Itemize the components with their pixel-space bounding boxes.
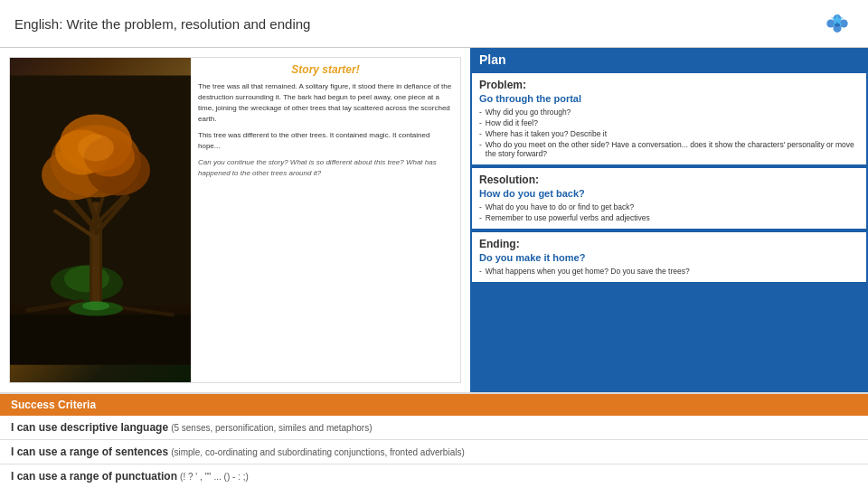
plan-ending-subtitle: Do you make it home? xyxy=(479,252,859,263)
svg-point-25 xyxy=(78,135,114,162)
plan-problem-bullet-4: Who do you meet on the other side? Have … xyxy=(479,139,859,159)
story-paragraph-3: Can you continue the story? What is so d… xyxy=(198,157,453,179)
criteria-main-3: I can use a range of punctuation xyxy=(11,470,177,483)
criteria-main-2: I can use a range of sentences xyxy=(11,446,168,458)
story-text-panel: Story starter! The tree was all that rem… xyxy=(191,58,460,382)
criteria-detail-3: (! ? ' , "" ... () - : ;) xyxy=(180,472,249,482)
success-criteria-header: Success Criteria xyxy=(0,394,868,416)
plan-problem-bullet-3: Where has it taken you? Describe it xyxy=(479,128,859,139)
plan-ending-bullet-1: What happens when you get home? Do you s… xyxy=(479,266,859,277)
story-paragraph-2: This tree was different to the other tre… xyxy=(198,130,453,152)
plan-problem-bullets: Why did you go through? How did it feel?… xyxy=(479,107,859,159)
plan-ending-bullets: What happens when you get home? Do you s… xyxy=(479,266,859,277)
story-starter-box: Story starter! The tree was all that rem… xyxy=(9,57,461,383)
plan-problem-section: Problem: Go through the portal Why did y… xyxy=(472,73,866,164)
svg-rect-7 xyxy=(10,311,191,365)
top-bar: English: Write the problem, resolution a… xyxy=(0,0,868,48)
story-starter-heading: Story starter! xyxy=(198,63,453,76)
svg-point-29 xyxy=(82,302,109,311)
right-panel: Plan Problem: Go through the portal Why … xyxy=(470,48,868,392)
plan-ending-title: Ending: xyxy=(479,238,859,250)
pobble-logo xyxy=(821,7,854,40)
criteria-row-1: I can use descriptive language (5 senses… xyxy=(0,416,868,440)
plan-problem-bullet-2: How did it feel? xyxy=(479,117,859,128)
criteria-main-1: I can use descriptive language xyxy=(11,421,168,434)
story-text: The tree was all that remained. A solita… xyxy=(198,81,453,179)
plan-problem-subtitle: Go through the portal xyxy=(479,93,859,104)
tree-illustration xyxy=(10,58,191,382)
plan-resolution-bullets: What do you have to do or find to get ba… xyxy=(479,202,859,223)
content-area: Story starter! The tree was all that rem… xyxy=(0,48,868,392)
criteria-row-2: I can use a range of sentences (simple, … xyxy=(0,440,868,465)
plan-ending-section: Ending: Do you make it home? What happen… xyxy=(472,232,866,282)
page-title: English: Write the problem, resolution a… xyxy=(14,16,821,32)
plan-problem-title: Problem: xyxy=(479,79,859,91)
plan-header: Plan xyxy=(470,48,868,71)
criteria-detail-2: (simple, co-ordinating and subordinating… xyxy=(171,447,465,457)
svg-point-10 xyxy=(64,266,109,293)
bottom-panel: Success Criteria I can use descriptive l… xyxy=(0,392,868,488)
plan-problem-bullet-1: Why did you go through? xyxy=(479,107,859,117)
criteria-detail-1: (5 senses, personification, similes and … xyxy=(171,423,372,433)
pobble-logo-icon xyxy=(821,7,854,40)
left-panel: Story starter! The tree was all that rem… xyxy=(0,48,470,392)
plan-resolution-section: Resolution: How do you get back? What do… xyxy=(472,168,866,229)
main-container: English: Write the problem, resolution a… xyxy=(0,0,868,488)
criteria-row-3: I can use a range of punctuation (! ? ' … xyxy=(0,465,868,488)
plan-resolution-bullet-1: What do you have to do or find to get ba… xyxy=(479,202,859,212)
plan-resolution-bullet-2: Remember to use powerful verbs and adjec… xyxy=(479,212,859,223)
story-image xyxy=(10,58,191,382)
plan-resolution-subtitle: How do you get back? xyxy=(479,188,859,199)
plan-resolution-title: Resolution: xyxy=(479,174,859,186)
story-paragraph-1: The tree was all that remained. A solita… xyxy=(198,81,453,125)
